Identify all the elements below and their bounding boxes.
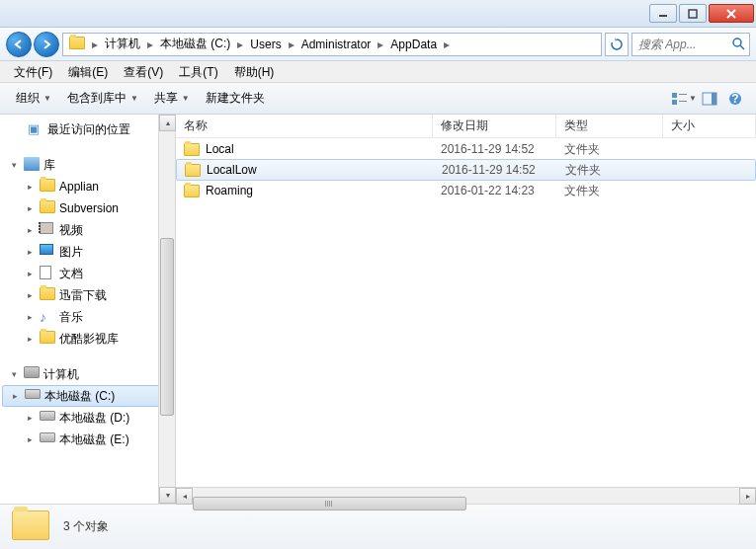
sidebar-lib-item[interactable]: ▸视频 bbox=[0, 219, 175, 241]
column-date[interactable]: 修改日期 bbox=[433, 115, 556, 137]
scroll-down-button[interactable]: ▾ bbox=[159, 487, 176, 504]
folder-icon bbox=[69, 37, 85, 52]
sidebar-recent-places[interactable]: ▣ 最近访问的位置 bbox=[0, 118, 175, 140]
file-date-cell: 2016-11-29 14:52 bbox=[434, 163, 557, 177]
refresh-button[interactable] bbox=[605, 33, 629, 56]
sidebar-drive-item[interactable]: ▸本地磁盘 (E:) bbox=[0, 429, 175, 450]
file-type-cell: 文件夹 bbox=[556, 183, 663, 199]
column-name[interactable]: 名称 bbox=[176, 115, 433, 137]
breadcrumb-separator[interactable]: ▸ bbox=[234, 34, 246, 55]
svg-rect-1 bbox=[689, 10, 697, 18]
menu-edit[interactable]: 编辑(E) bbox=[60, 61, 116, 83]
maximize-button[interactable] bbox=[679, 4, 707, 23]
menu-view[interactable]: 查看(V) bbox=[116, 61, 171, 83]
close-button[interactable] bbox=[709, 4, 754, 23]
recent-icon: ▣ bbox=[28, 121, 43, 137]
sidebar-drive-item[interactable]: ▸本地磁盘 (C:) bbox=[2, 385, 173, 407]
help-button[interactable]: ? bbox=[722, 87, 748, 111]
svg-rect-9 bbox=[679, 101, 687, 102]
file-date-cell: 2016-01-22 14:23 bbox=[433, 184, 556, 197]
svg-line-5 bbox=[740, 45, 744, 49]
preview-pane-button[interactable] bbox=[697, 87, 722, 111]
share-button[interactable]: 共享▼ bbox=[146, 86, 198, 111]
sidebar-lib-item[interactable]: ▸Applian bbox=[0, 176, 175, 197]
sidebar-drive-item[interactable]: ▸本地磁盘 (D:) bbox=[0, 407, 175, 429]
breadcrumb-separator[interactable]: ▸ bbox=[144, 34, 156, 55]
folder-icon bbox=[184, 185, 200, 197]
navigation-pane: ▣ 最近访问的位置 ▾ 库 ▸Applian ▸Subversion ▸视频 ▸… bbox=[0, 115, 176, 504]
new-folder-button[interactable]: 新建文件夹 bbox=[198, 86, 273, 111]
breadcrumb-separator[interactable]: ▸ bbox=[89, 34, 101, 55]
file-name-cell: Roaming bbox=[176, 184, 433, 197]
address-bar: ▸ 计算机 ▸ 本地磁盘 (C:) ▸ Users ▸ Administrato… bbox=[0, 28, 756, 61]
file-name-cell: Local bbox=[176, 142, 433, 156]
breadcrumb-separator[interactable]: ▸ bbox=[375, 34, 386, 55]
address-box[interactable]: ▸ 计算机 ▸ 本地磁盘 (C:) ▸ Users ▸ Administrato… bbox=[62, 33, 602, 56]
sidebar-lib-item[interactable]: ▸迅雷下载 bbox=[0, 284, 175, 306]
scroll-thumb[interactable] bbox=[160, 238, 174, 416]
file-row[interactable]: LocalLow2016-11-29 14:52文件夹 bbox=[176, 159, 756, 181]
sidebar-scrollbar[interactable]: ▴ ▾ bbox=[158, 115, 175, 504]
breadcrumb-separator[interactable]: ▸ bbox=[286, 34, 297, 55]
file-row[interactable]: Local2016-11-29 14:52文件夹 bbox=[176, 138, 756, 160]
window-titlebar bbox=[0, 0, 756, 28]
libraries-icon bbox=[24, 157, 40, 173]
file-list-pane: 名称 修改日期 类型 大小 Local2016-11-29 14:52文件夹Lo… bbox=[176, 115, 756, 504]
sidebar-lib-item[interactable]: ▸♪音乐 bbox=[0, 306, 175, 328]
file-type-cell: 文件夹 bbox=[557, 162, 664, 179]
content-area: ▣ 最近访问的位置 ▾ 库 ▸Applian ▸Subversion ▸视频 ▸… bbox=[0, 115, 756, 504]
status-folder-icon bbox=[12, 510, 49, 544]
folder-icon bbox=[184, 143, 200, 156]
file-type-cell: 文件夹 bbox=[556, 141, 663, 158]
sidebar-lib-item[interactable]: ▸图片 bbox=[0, 241, 175, 263]
svg-rect-8 bbox=[672, 100, 677, 105]
computer-icon bbox=[24, 366, 40, 382]
menu-bar: 文件(F) 编辑(E) 查看(V) 工具(T) 帮助(H) bbox=[0, 61, 756, 83]
search-icon[interactable] bbox=[727, 38, 749, 50]
expand-icon[interactable]: ▾ bbox=[8, 369, 20, 379]
toolbar: 组织▼ 包含到库中▼ 共享▼ 新建文件夹 ▼ ? bbox=[0, 83, 756, 115]
file-rows: Local2016-11-29 14:52文件夹LocalLow2016-11-… bbox=[176, 138, 756, 487]
sidebar-lib-item[interactable]: ▸文档 bbox=[0, 263, 175, 284]
svg-text:?: ? bbox=[731, 92, 738, 106]
menu-file[interactable]: 文件(F) bbox=[6, 61, 60, 83]
menu-help[interactable]: 帮助(H) bbox=[226, 61, 283, 83]
horizontal-scrollbar[interactable]: ◂ ▸ bbox=[176, 487, 756, 504]
menu-tools[interactable]: 工具(T) bbox=[171, 61, 225, 83]
svg-rect-7 bbox=[679, 94, 687, 95]
scroll-thumb[interactable] bbox=[193, 497, 466, 510]
breadcrumb-item[interactable]: Users bbox=[246, 34, 285, 55]
forward-button[interactable] bbox=[34, 32, 59, 57]
sidebar-libraries[interactable]: ▾ 库 bbox=[0, 154, 175, 176]
sidebar-lib-item[interactable]: ▸优酷影视库 bbox=[0, 328, 175, 350]
include-library-button[interactable]: 包含到库中▼ bbox=[59, 86, 146, 111]
sidebar-lib-item[interactable]: ▸Subversion bbox=[0, 197, 175, 219]
svg-rect-6 bbox=[672, 93, 677, 98]
scroll-right-button[interactable]: ▸ bbox=[739, 488, 756, 505]
expand-icon[interactable]: ▾ bbox=[8, 160, 20, 170]
breadcrumb-item[interactable]: 计算机 bbox=[101, 34, 144, 55]
view-options-button[interactable]: ▼ bbox=[671, 87, 697, 111]
status-text: 3 个对象 bbox=[63, 518, 109, 535]
search-input[interactable] bbox=[632, 38, 727, 51]
svg-rect-11 bbox=[712, 93, 716, 105]
file-row[interactable]: Roaming2016-01-22 14:23文件夹 bbox=[176, 180, 756, 201]
column-headers: 名称 修改日期 类型 大小 bbox=[176, 115, 756, 138]
organize-button[interactable]: 组织▼ bbox=[8, 86, 59, 111]
minimize-button[interactable] bbox=[649, 4, 677, 23]
svg-point-4 bbox=[733, 39, 741, 46]
column-type[interactable]: 类型 bbox=[556, 115, 663, 137]
scroll-up-button[interactable]: ▴ bbox=[159, 115, 176, 131]
file-date-cell: 2016-11-29 14:52 bbox=[433, 142, 556, 156]
breadcrumb-item[interactable]: 本地磁盘 (C:) bbox=[156, 34, 234, 55]
file-name-cell: LocalLow bbox=[177, 163, 434, 177]
breadcrumb-item[interactable]: AppData bbox=[386, 34, 441, 55]
search-box[interactable] bbox=[631, 33, 750, 56]
scroll-left-button[interactable]: ◂ bbox=[176, 488, 193, 505]
back-button[interactable] bbox=[6, 32, 32, 57]
sidebar-computer[interactable]: ▾ 计算机 bbox=[0, 363, 175, 385]
breadcrumb-separator[interactable]: ▸ bbox=[441, 34, 453, 55]
breadcrumb-item[interactable]: Administrator bbox=[297, 34, 376, 55]
column-size[interactable]: 大小 bbox=[663, 115, 756, 137]
folder-icon bbox=[185, 164, 201, 177]
